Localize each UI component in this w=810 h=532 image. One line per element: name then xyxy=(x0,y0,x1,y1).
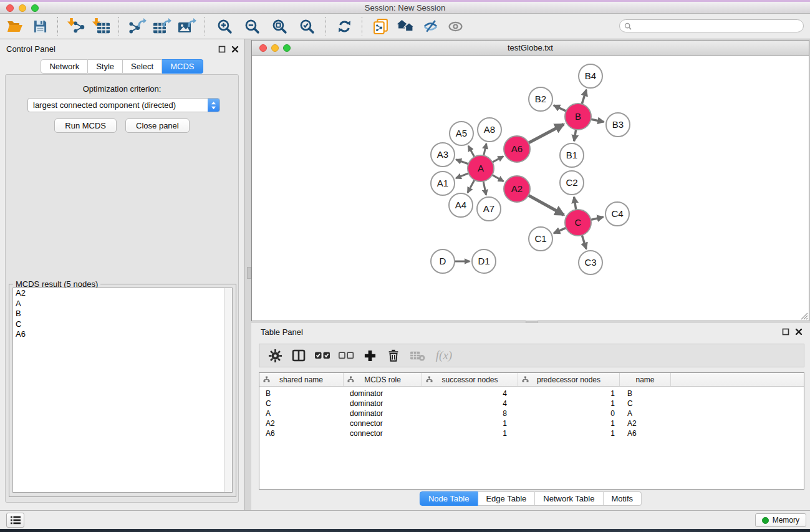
node-C1[interactable]: C1 xyxy=(529,227,552,251)
tab-select[interactable]: Select xyxy=(123,59,162,74)
column-header-successor-nodes[interactable]: successor nodes xyxy=(422,373,518,386)
deselect-all-button[interactable] xyxy=(335,346,357,365)
hide-preview-button[interactable] xyxy=(418,16,443,37)
network-canvas[interactable]: B4B2BB3A8A5A6A3B1AC2A1A2A4A7C4CC1C3DD1 xyxy=(252,56,809,321)
table-cell[interactable]: 4 xyxy=(422,389,518,398)
import-network-button[interactable] xyxy=(64,16,89,37)
criterion-select[interactable]: largest connected component (directed) xyxy=(27,98,220,112)
zoom-out-button[interactable] xyxy=(238,16,266,37)
node-C2[interactable]: C2 xyxy=(560,171,584,195)
search-input[interactable] xyxy=(634,20,803,32)
tab-motifs[interactable]: Motifs xyxy=(603,491,642,506)
zoom-fit-button[interactable] xyxy=(266,16,293,37)
table-cell[interactable]: A2 xyxy=(259,419,344,428)
node-D1[interactable]: D1 xyxy=(472,249,496,273)
table-cell[interactable]: connector xyxy=(344,429,422,438)
node-A6[interactable]: A6 xyxy=(504,136,530,162)
edge-A-A1[interactable] xyxy=(456,173,469,178)
node-C[interactable]: C xyxy=(565,210,591,236)
edge-C-C1[interactable] xyxy=(554,228,566,233)
table-row[interactable]: Bdominator41B xyxy=(259,389,804,399)
mcds-result-item[interactable]: A xyxy=(13,299,232,309)
memory-button[interactable]: Memory xyxy=(755,513,806,527)
mcds-result-item[interactable]: A2 xyxy=(13,288,232,299)
edge-C-C2[interactable] xyxy=(574,197,576,210)
edge-A6-B[interactable] xyxy=(528,124,564,143)
table-cell[interactable]: 4 xyxy=(422,399,518,408)
home-button[interactable] xyxy=(393,16,418,37)
export-table-button[interactable] xyxy=(150,16,175,37)
table-row[interactable]: Adominator80A xyxy=(259,409,804,418)
edge-A-A8[interactable] xyxy=(483,143,486,156)
edge-A-A4[interactable] xyxy=(468,180,475,193)
export-network-button[interactable] xyxy=(125,16,150,37)
table-cell[interactable]: 1 xyxy=(518,389,620,398)
table-cell[interactable]: 1 xyxy=(518,429,620,438)
edge-A-A2[interactable] xyxy=(491,175,503,181)
table-cell[interactable]: A2 xyxy=(620,419,671,428)
node-A3[interactable]: A3 xyxy=(431,143,455,167)
edge-A-A6[interactable] xyxy=(492,157,503,163)
node-table[interactable]: shared nameMCDS rolesuccessor nodesprede… xyxy=(259,372,804,490)
function-builder-button[interactable]: f(x) xyxy=(430,346,458,365)
table-cell[interactable]: C xyxy=(620,399,671,408)
table-cell[interactable]: 1 xyxy=(518,399,620,408)
tab-node-table[interactable]: Node Table xyxy=(420,491,478,506)
mcds-result-item[interactable]: B xyxy=(13,309,232,319)
edge-A-A5[interactable] xyxy=(468,146,475,158)
mcds-result-item[interactable]: A6 xyxy=(13,329,232,340)
node-A[interactable]: A xyxy=(468,155,494,181)
tab-mcds[interactable]: MCDS xyxy=(162,59,203,74)
zoom-selected-button[interactable] xyxy=(293,16,321,37)
close-panel-icon[interactable] xyxy=(231,46,239,53)
window-resize-grip[interactable] xyxy=(799,311,808,320)
zoom-in-button[interactable] xyxy=(211,16,238,37)
table-settings-button[interactable] xyxy=(264,346,286,365)
node-B3[interactable]: B3 xyxy=(606,113,630,137)
export-image-button[interactable] xyxy=(175,16,200,37)
table-row[interactable]: A2connector11A2 xyxy=(259,418,804,428)
node-A7[interactable]: A7 xyxy=(477,197,501,221)
task-history-button[interactable] xyxy=(6,513,24,528)
table-cell[interactable]: A6 xyxy=(259,429,344,438)
close-panel-icon[interactable] xyxy=(795,328,803,336)
table-cell[interactable]: C xyxy=(259,399,344,408)
table-cell[interactable]: connector xyxy=(344,419,422,428)
network-window-titlebar[interactable]: testGlobe.txt xyxy=(252,41,809,56)
node-B[interactable]: B xyxy=(565,104,591,130)
table-cell[interactable]: 1 xyxy=(422,429,518,438)
node-A4[interactable]: A4 xyxy=(449,193,473,217)
edge-A2-C[interactable] xyxy=(528,195,564,215)
apply-layout-button[interactable] xyxy=(332,16,357,37)
run-mcds-button[interactable]: Run MCDS xyxy=(54,118,117,133)
table-row[interactable]: A6connector11A6 xyxy=(259,428,804,438)
delete-table-button[interactable] xyxy=(407,346,428,365)
edge-A-A3[interactable] xyxy=(456,160,469,164)
column-header-shared-name[interactable]: shared name xyxy=(259,373,344,386)
node-A2[interactable]: A2 xyxy=(504,176,530,202)
node-A8[interactable]: A8 xyxy=(478,118,501,142)
select-all-button[interactable] xyxy=(312,346,333,365)
close-panel-button[interactable]: Close panel xyxy=(125,118,190,133)
edge-B-B1[interactable] xyxy=(574,129,576,141)
add-column-button[interactable] xyxy=(359,346,380,365)
node-B2[interactable]: B2 xyxy=(529,87,552,111)
table-cell[interactable]: B xyxy=(259,389,344,398)
node-B1[interactable]: B1 xyxy=(560,143,584,167)
float-panel-icon[interactable] xyxy=(218,46,226,53)
tab-style[interactable]: Style xyxy=(88,59,123,74)
save-session-button[interactable] xyxy=(27,16,52,37)
tab-network-table[interactable]: Network Table xyxy=(535,491,603,506)
tab-edge-table[interactable]: Edge Table xyxy=(478,491,535,506)
table-row[interactable]: Cdominator41C xyxy=(259,399,804,409)
edge-C-C3[interactable] xyxy=(582,235,586,249)
table-cell[interactable]: dominator xyxy=(344,399,422,408)
float-panel-icon[interactable] xyxy=(782,328,789,336)
table-cell[interactable]: B xyxy=(620,389,671,398)
table-cell[interactable]: 1 xyxy=(422,419,518,428)
list-scrollbar[interactable] xyxy=(224,288,232,492)
vertical-splitter-grip[interactable] xyxy=(247,267,251,279)
import-table-button[interactable] xyxy=(89,16,113,37)
tab-network[interactable]: Network xyxy=(41,59,88,74)
table-cell[interactable]: A6 xyxy=(620,429,671,438)
